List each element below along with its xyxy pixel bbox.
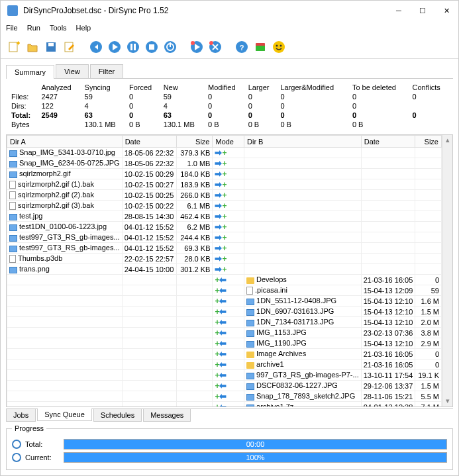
table-row[interactable]: test997_GT3_RS_gb-images...04-01-12 15:5… <box>7 243 442 254</box>
progress-current-text: 100% <box>64 453 446 462</box>
stats-table: AnalyzedSyncingForcedNewModifiedLargerLa… <box>6 79 453 134</box>
svg-point-7 <box>127 41 139 53</box>
tab-summary[interactable]: Summary <box>6 65 54 79</box>
tab-messages[interactable]: Messages <box>143 409 191 422</box>
menu-file[interactable]: File <box>6 24 18 32</box>
table-row[interactable]: trans.png24-04-15 10:00301.2 KB➡+ <box>7 264 442 275</box>
tab-schedules[interactable]: Schedules <box>93 409 142 422</box>
table-row[interactable]: +⬅1DN_6907-031613.JPG15-04-13 12:101.5 M <box>7 307 442 317</box>
sync-button[interactable] <box>207 39 223 55</box>
table-row[interactable]: test997_GT3_RS_gb-images...04-01-12 15:5… <box>7 232 442 243</box>
table-row[interactable]: +⬅DSCF0832-06-1227.JPG29-12-06 13:371.5 … <box>7 381 442 391</box>
table-row[interactable]: +⬅Snap_178_7893_sketch2.JPG28-11-06 15:2… <box>7 391 442 402</box>
table-row[interactable]: +⬅1DN_5511-12-0408.JPG15-04-13 12:101.6 … <box>7 296 442 307</box>
tab-sync-queue[interactable]: Sync Queue <box>37 408 92 421</box>
clock-icon <box>12 453 21 462</box>
table-row[interactable]: Snap_IMG_5341-03-0710.jpg18-05-06 22:323… <box>7 148 442 158</box>
progress-total-text: 00:00 <box>64 440 446 449</box>
stop-button[interactable] <box>144 39 160 55</box>
menu-help[interactable]: Help <box>76 24 91 32</box>
table-row[interactable]: +⬅1DN_7134-031713.JPG15-04-13 12:102.0 M <box>7 317 442 328</box>
minimize-button[interactable]: ─ <box>393 5 404 16</box>
col-mode[interactable]: Mode <box>213 136 244 148</box>
table-row[interactable]: sqirlzmorph2.gif (2).bak10-02-15 00:2526… <box>7 190 442 201</box>
progress-total-label: Total: <box>25 440 60 448</box>
table-row[interactable]: sqirlzmorph2.gif10-02-15 00:29184.0 KB➡+ <box>7 169 442 179</box>
about-button[interactable] <box>271 39 287 55</box>
col-size-a[interactable]: Size <box>176 136 213 148</box>
menu-tools[interactable]: Tools <box>50 24 67 32</box>
pause-button[interactable] <box>125 39 141 55</box>
file-grid-wrapper: Dir A Date Size Mode Dir B Date Size Sna… <box>6 134 453 407</box>
progress-current-bar: 100% <box>64 452 447 463</box>
table-row[interactable]: +⬅archive121-03-16 16:050 <box>7 359 442 370</box>
menubar: File Run Tools Help <box>1 21 458 35</box>
table-row[interactable]: +⬅IMG_1190.JPG15-04-13 12:102.9 M <box>7 338 442 349</box>
progress-box: Progress Total: 00:00 Current: 100% <box>6 424 453 470</box>
table-row[interactable]: +⬅IMG_1153.JPG23-02-13 07:363.8 M <box>7 328 442 338</box>
skip-back-button[interactable] <box>88 39 104 55</box>
table-row[interactable]: +⬅archive1.7z04-01-13 12:387.1 M <box>7 402 442 408</box>
bottom-tabs: Jobs Sync Queue Schedules Messages <box>6 408 453 422</box>
svg-point-25 <box>280 44 282 46</box>
table-row[interactable]: +⬅997_GT3_RS_gb-images-P7-...13-10-11 17… <box>7 370 442 381</box>
tab-view[interactable]: View <box>56 64 89 78</box>
open-button[interactable] <box>25 39 40 55</box>
manual-button[interactable] <box>252 39 268 55</box>
table-row[interactable]: +⬅Develops21-03-16 16:050 <box>7 275 442 285</box>
titlebar: DirSyncProJobset.dsc - DirSync Pro 1.52 … <box>1 1 458 21</box>
toolbar: ✦ ? <box>1 35 458 59</box>
svg-rect-9 <box>134 44 136 50</box>
table-row[interactable]: test1DN_0100-06-1223.jpg04-01-12 15:526.… <box>7 222 442 232</box>
table-row[interactable]: Snap_IMG_6234-05-0725.JPG18-05-06 22:321… <box>7 158 442 169</box>
svg-rect-3 <box>48 43 54 46</box>
clock-icon <box>12 440 21 449</box>
svg-point-24 <box>276 44 278 46</box>
col-date-a[interactable]: Date <box>122 136 176 148</box>
help-button[interactable]: ? <box>234 39 250 55</box>
svg-rect-8 <box>130 44 132 50</box>
maximize-button[interactable]: ☐ <box>417 5 428 16</box>
main-panel: Summary View Filter AnalyzedSyncingForce… <box>1 59 458 475</box>
svg-rect-22 <box>256 46 265 51</box>
app-icon <box>7 5 18 16</box>
svg-point-16 <box>191 41 195 45</box>
tab-filter[interactable]: Filter <box>90 64 123 78</box>
tab-jobs[interactable]: Jobs <box>6 409 36 422</box>
power-button[interactable] <box>162 39 178 55</box>
new-button[interactable]: ✦ <box>6 39 22 55</box>
progress-current-label: Current: <box>25 453 60 461</box>
window-title: DirSyncProJobset.dsc - DirSync Pro 1.52 <box>23 6 393 15</box>
menu-run[interactable]: Run <box>27 24 40 32</box>
scroll-down-icon[interactable]: ▾ <box>442 396 452 406</box>
table-row[interactable]: +⬅.picasa.ini15-04-13 12:0959 <box>7 285 442 296</box>
svg-text:✦: ✦ <box>15 41 20 47</box>
table-row[interactable]: Thumbs.p3db22-02-15 22:5728.0 KB➡+ <box>7 254 442 264</box>
preview-button[interactable] <box>189 39 205 55</box>
col-dir-a[interactable]: Dir A <box>7 136 123 148</box>
close-button[interactable]: ✕ <box>441 5 452 16</box>
col-date-b[interactable]: Date <box>361 136 415 148</box>
col-size-b[interactable]: Size <box>415 136 442 148</box>
play-button[interactable] <box>107 39 123 55</box>
file-grid[interactable]: Dir A Date Size Mode Dir B Date Size Sna… <box>7 135 442 407</box>
col-dir-b[interactable]: Dir B <box>244 136 362 148</box>
table-row[interactable]: test.jpg28-08-15 14:30462.4 KB➡+ <box>7 211 442 222</box>
vertical-scrollbar[interactable]: ▴ ▾ <box>442 135 452 406</box>
svg-text:?: ? <box>240 44 244 52</box>
progress-total-bar: 00:00 <box>64 439 447 450</box>
table-row[interactable]: sqirlzmorph2.gif (1).bak10-02-15 00:2718… <box>7 179 442 190</box>
scroll-up-icon[interactable]: ▴ <box>442 135 452 146</box>
svg-rect-11 <box>149 44 154 50</box>
edit-button[interactable] <box>62 39 77 55</box>
table-row[interactable]: +⬅Image Archives21-03-16 16:050 <box>7 349 442 359</box>
top-tabs: Summary View Filter <box>6 64 453 79</box>
progress-legend: Progress <box>12 424 46 432</box>
svg-point-23 <box>273 41 285 53</box>
table-row[interactable]: sqirlzmorph2.gif (3).bak10-02-15 00:226.… <box>7 201 442 211</box>
save-button[interactable] <box>43 39 59 55</box>
